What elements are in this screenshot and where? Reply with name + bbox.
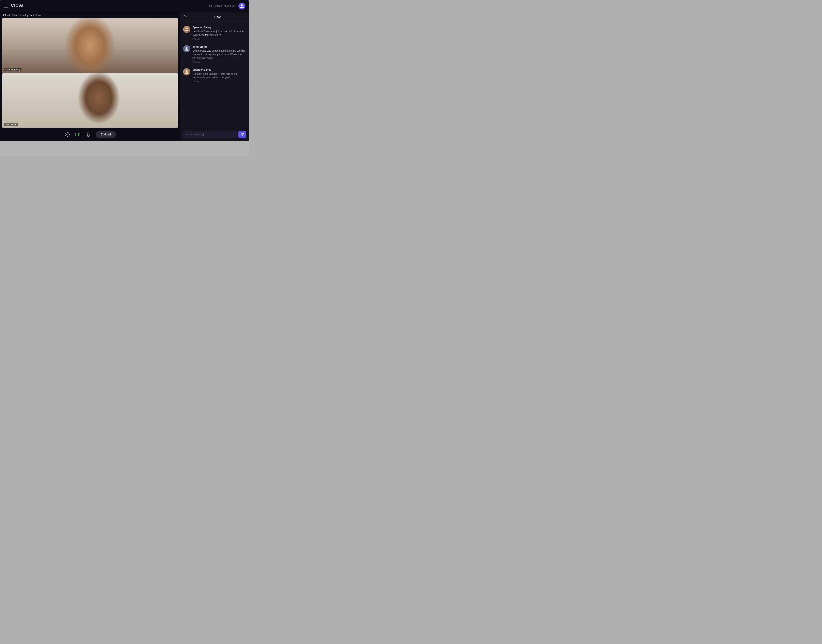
end-call-button[interactable]: End call — [95, 131, 116, 138]
search-icon — [209, 5, 212, 8]
settings-button[interactable] — [64, 131, 71, 138]
svg-line-35 — [31, 84, 33, 90]
message-avatar-2 — [183, 45, 191, 52]
svg-point-31 — [89, 123, 91, 125]
app-container: STOVA Search Stova 2022 1:1 with Spencer… — [0, 0, 249, 141]
hamburger-menu-icon[interactable] — [4, 5, 8, 8]
svg-point-51 — [82, 89, 86, 93]
svg-point-29 — [57, 102, 123, 128]
svg-point-17 — [95, 19, 110, 39]
svg-point-11 — [61, 36, 120, 73]
main-content: 1:1 with Spencer Bailey from Stova — [0, 12, 249, 141]
message-text-1: Hey John! Thanks for joining the call. H… — [192, 29, 246, 37]
send-icon — [240, 133, 244, 136]
svg-point-30 — [81, 127, 84, 128]
message-sender-1: Spencer Bailey — [192, 26, 246, 29]
svg-point-46 — [79, 86, 89, 97]
svg-point-18 — [81, 34, 86, 38]
svg-point-12 — [65, 34, 116, 73]
svg-rect-13 — [85, 44, 95, 55]
svg-line-39 — [28, 87, 31, 92]
svg-rect-3 — [2, 18, 178, 73]
exit-icon — [183, 15, 187, 18]
camera-button[interactable] — [75, 131, 81, 138]
svg-rect-23 — [2, 73, 178, 128]
message-body-2: John Smith Going great! Lots of good con… — [192, 45, 246, 63]
user-avatar[interactable] — [238, 3, 245, 9]
svg-point-14 — [71, 18, 109, 60]
message-text-3: Tuning in from Chicago. It was nice to j… — [192, 72, 246, 79]
svg-rect-5 — [112, 18, 119, 21]
video-tile-john: John Smith — [2, 73, 178, 128]
call-controls: End call — [0, 129, 180, 141]
svg-rect-2 — [2, 18, 178, 73]
message-avatar-3 — [183, 68, 191, 75]
svg-point-0 — [209, 5, 212, 7]
message-time-1: 2 hr ago — [192, 38, 246, 40]
svg-point-55 — [67, 134, 68, 135]
call-title: 1:1 with Spencer Bailey from Stova — [0, 12, 180, 18]
svg-point-20 — [82, 35, 85, 38]
person1-video — [2, 18, 178, 73]
svg-point-45 — [99, 77, 110, 91]
svg-rect-57 — [75, 133, 78, 136]
message-time-3: 2 hr ago — [192, 80, 246, 83]
message-sender-3: Spencer Bailey — [192, 68, 246, 71]
message-body-3: Spencer Bailey Tuning in from Chicago. I… — [192, 68, 246, 83]
header: STOVA Search Stova 2022 — [0, 0, 249, 12]
svg-point-21 — [95, 35, 98, 38]
camera-icon — [75, 132, 80, 137]
message-body-1: Spencer Bailey Hey John! Thanks for join… — [192, 26, 246, 40]
person2-video — [2, 73, 178, 128]
chat-title: Chat — [189, 15, 246, 18]
video-section: 1:1 with Spencer Bailey from Stova — [0, 12, 180, 141]
video-grid: Spencer Bailey — [0, 18, 180, 129]
search-label: Search Stova 2022 — [214, 5, 236, 8]
svg-line-36 — [34, 83, 36, 89]
video-label-spencer: Spencer Bailey — [4, 68, 22, 71]
chat-message: Spencer Bailey Hey John! Thanks for join… — [180, 23, 249, 43]
svg-rect-24 — [2, 73, 178, 128]
svg-line-1 — [212, 7, 212, 7]
svg-rect-25 — [13, 73, 72, 128]
settings-icon — [65, 132, 70, 137]
svg-point-44 — [70, 77, 81, 91]
microphone-button[interactable] — [85, 131, 92, 138]
chat-message-input[interactable] — [183, 131, 237, 138]
svg-point-42 — [72, 74, 108, 115]
header-left: STOVA — [4, 4, 24, 8]
video-tile-spencer: Spencer Bailey — [2, 18, 178, 73]
chat-header: Chat — [180, 12, 249, 21]
svg-line-37 — [37, 83, 38, 89]
svg-rect-26 — [20, 73, 65, 124]
person2-illustration — [2, 73, 178, 128]
svg-marker-56 — [78, 133, 80, 135]
svg-rect-7 — [131, 18, 136, 21]
svg-point-33 — [32, 88, 67, 128]
chat-message: Spencer Bailey Tuning in from Chicago. I… — [180, 66, 249, 85]
svg-point-47 — [91, 86, 101, 97]
message-time-2: 2 hr ago — [192, 61, 246, 63]
bottom-area — [0, 141, 249, 156]
svg-point-22 — [77, 44, 103, 57]
chat-message: John Smith Going great! Lots of good con… — [180, 43, 249, 66]
svg-rect-28 — [108, 73, 152, 124]
message-text-2: Going great! Lots of good content so far… — [192, 49, 246, 60]
svg-point-19 — [94, 34, 99, 38]
logo: STOVA — [11, 4, 24, 8]
message-sender-2: John Smith — [192, 45, 246, 48]
send-message-button[interactable] — [238, 130, 246, 138]
svg-line-50 — [101, 90, 106, 91]
video-label-john: John Smith — [4, 123, 18, 126]
chat-exit-button[interactable] — [183, 15, 187, 18]
svg-rect-6 — [123, 18, 128, 21]
svg-point-34 — [28, 88, 46, 109]
chat-input-area — [180, 128, 249, 141]
svg-point-9 — [101, 18, 116, 23]
svg-point-43 — [72, 73, 108, 86]
search-area[interactable]: Search Stova 2022 — [209, 5, 236, 8]
svg-point-16 — [70, 19, 85, 39]
person1-illustration — [2, 18, 178, 73]
svg-point-40 — [116, 106, 130, 128]
header-right: Search Stova 2022 — [209, 3, 245, 9]
